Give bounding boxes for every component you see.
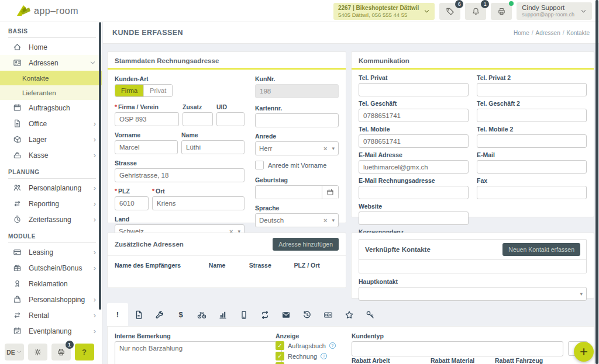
- sidebar-item-reklamation[interactable]: Reklamation: [0, 276, 102, 292]
- strasse-input[interactable]: [115, 168, 245, 182]
- tab-favorites[interactable]: [339, 303, 360, 326]
- sidebar-item-auftragsbuch[interactable]: Auftragsbuch: [0, 100, 102, 116]
- info-icon[interactable]: ?: [321, 353, 327, 359]
- rabatt-material-label: Rabatt Material: [431, 357, 495, 364]
- sidebar-item-home[interactable]: Home: [0, 39, 102, 55]
- geburtstag-label: Geburtstag: [255, 176, 339, 183]
- name-input[interactable]: [181, 140, 245, 154]
- sidebar-item-label: Office: [29, 120, 47, 128]
- geburtstag-field[interactable]: [255, 185, 339, 199]
- email-rechnungsadresse-input[interactable]: [359, 186, 469, 199]
- interne-bemerkung-textarea[interactable]: Nur noch Barzahlung: [115, 341, 282, 364]
- tags-button[interactable]: 6: [439, 3, 460, 20]
- email-input[interactable]: [477, 160, 587, 174]
- sidebar-item-lager[interactable]: Lager ›: [0, 131, 102, 147]
- settings-button[interactable]: [28, 344, 47, 360]
- kundentyp-input[interactable]: [352, 341, 563, 356]
- sidebar-item-label: Personalshopping: [29, 296, 85, 304]
- sidebar-item-kontakte[interactable]: Kontakte: [0, 71, 102, 85]
- shopping-bag-icon: [13, 295, 22, 304]
- anrede-mit-vorname-checkbox[interactable]: Anrede mit Vorname: [255, 161, 326, 169]
- sidebar-item-office[interactable]: Office ›: [0, 116, 102, 131]
- sprache-select[interactable]: Deutsch × ▾: [255, 213, 339, 227]
- plz-input[interactable]: [115, 196, 149, 210]
- sidebar-item-personalplanung[interactable]: Personalplanung ›: [0, 180, 102, 196]
- hauptkontakt-select[interactable]: ▾: [359, 287, 587, 301]
- tab-documents[interactable]: [128, 303, 149, 326]
- info-icon[interactable]: ?: [329, 342, 336, 349]
- printer-icon: [497, 7, 506, 16]
- help-button[interactable]: ?: [75, 344, 94, 360]
- anzeige-auftragsbuch-checkbox[interactable]: ✓ Auftragsbuch ?: [276, 341, 336, 350]
- sidebar-item-adressen[interactable]: Adressen: [0, 55, 102, 71]
- tab-service[interactable]: [149, 303, 170, 326]
- tab-payments[interactable]: [318, 303, 339, 326]
- vorname-input[interactable]: [115, 140, 178, 154]
- tab-bikes[interactable]: [191, 303, 212, 326]
- zusatz-input[interactable]: [183, 112, 213, 126]
- print-jobs-badge: 1: [66, 341, 74, 349]
- website-input[interactable]: [359, 212, 469, 225]
- breadcrumb-adressen[interactable]: Adressen: [535, 30, 560, 36]
- sidebar-item-personalshopping[interactable]: Personalshopping ›: [0, 292, 102, 307]
- clear-icon[interactable]: ×: [323, 145, 327, 152]
- tab-access[interactable]: [360, 303, 381, 326]
- checkbox-checked-icon: ✓: [276, 352, 284, 360]
- tel-geschaeft-input[interactable]: [359, 109, 469, 122]
- store-selector[interactable]: 2267 | Bikeshoptester Dättwil 5405 Dättw…: [333, 3, 435, 20]
- neuen-kontakt-button[interactable]: Neuen Kontakt erfassen: [502, 243, 580, 256]
- divider: [8, 178, 96, 179]
- printer-status-button[interactable]: [491, 3, 512, 20]
- anzeige-rechnung-checkbox[interactable]: ✓ Rechnung ?: [276, 352, 336, 360]
- sidebar-item-eventplanung[interactable]: Eventplanung ›: [0, 323, 102, 339]
- col-strasse: Strasse: [249, 262, 294, 269]
- firma-input[interactable]: [115, 112, 179, 126]
- calendar-picker-button[interactable]: [322, 186, 338, 199]
- tab-history[interactable]: [297, 303, 318, 326]
- gift-icon: [13, 264, 22, 272]
- stopwatch-icon: [13, 215, 22, 224]
- tel-privat2-input[interactable]: [477, 83, 587, 96]
- tel-geschaeft2-input[interactable]: [477, 109, 587, 122]
- sidebar-item-gutschein-bonus[interactable]: Gutschein/Bonus ›: [0, 260, 102, 276]
- email-adresse-input[interactable]: [359, 160, 469, 174]
- sidebar-item-rental[interactable]: Rental ›: [0, 307, 102, 323]
- kundentyp-label: Kundentyp: [352, 332, 588, 339]
- fax-input[interactable]: [477, 186, 587, 199]
- sidebar-item-lieferanten[interactable]: Lieferanten: [0, 85, 102, 100]
- chevron-right-icon: ›: [94, 311, 96, 319]
- adresse-hinzufuegen-button[interactable]: Adresse hinzufügen: [273, 238, 339, 251]
- tel-privat-input[interactable]: [359, 83, 469, 96]
- tel-mobile2-input[interactable]: [477, 134, 587, 148]
- breadcrumb: Home/ Adressen/ Kontakte: [514, 30, 590, 36]
- uid-input[interactable]: [216, 112, 245, 126]
- tab-recurring[interactable]: [254, 303, 276, 326]
- print-jobs-button[interactable]: 1: [51, 344, 71, 360]
- ort-input[interactable]: [152, 196, 245, 210]
- breadcrumb-kontakte[interactable]: Kontakte: [567, 30, 590, 36]
- tab-statistics[interactable]: [212, 303, 233, 326]
- sidebar-item-zeiterfassung[interactable]: Zeiterfassung ›: [0, 212, 102, 227]
- checkbox-checked-icon: ✓: [276, 341, 284, 350]
- clear-icon[interactable]: ×: [323, 217, 327, 224]
- user-menu[interactable]: Cindy Support support@app-room.ch: [517, 2, 592, 20]
- tab-remarks[interactable]: !: [107, 303, 128, 326]
- add-new-button[interactable]: +: [574, 342, 594, 362]
- tab-mail[interactable]: [276, 303, 297, 326]
- language-selector[interactable]: DE: [5, 344, 24, 360]
- sidebar-item-label: Kasse: [29, 151, 48, 160]
- sidebar-scrollbar[interactable]: [99, 22, 101, 310]
- sidebar-item-reporting[interactable]: Reporting ›: [0, 196, 102, 212]
- kunden-art-privat[interactable]: Privat: [143, 85, 172, 96]
- sidebar-item-leasing[interactable]: Leasing ›: [0, 244, 102, 260]
- kartennr-input[interactable]: [255, 113, 339, 127]
- anrede-select[interactable]: Herr × ▾: [255, 141, 339, 155]
- tab-finance[interactable]: $: [170, 303, 191, 326]
- tel-mobile-input[interactable]: [359, 134, 469, 148]
- kunden-art-firma[interactable]: Firma: [115, 85, 143, 96]
- breadcrumb-home[interactable]: Home: [514, 30, 529, 36]
- notifications-button[interactable]: 1: [465, 3, 486, 20]
- tab-mobile[interactable]: [233, 303, 254, 326]
- sidebar-item-kasse[interactable]: Kasse ›: [0, 147, 102, 163]
- page-scrollbar[interactable]: [595, 0, 598, 364]
